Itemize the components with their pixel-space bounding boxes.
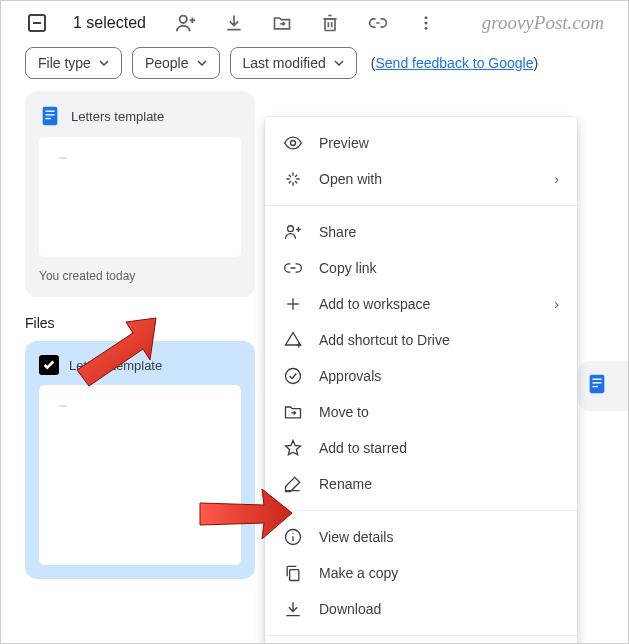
chevron-right-icon: › [554,171,559,187]
preview-icon [283,133,303,153]
move-to-icon[interactable] [270,11,294,35]
context-menu: Preview Open with › Share Copy link Add … [265,117,577,644]
link-icon [283,258,303,278]
plus-icon [283,294,303,314]
menu-preview[interactable]: Preview [265,125,577,161]
menu-rename[interactable]: Rename [265,466,577,502]
svg-point-12 [424,27,427,30]
svg-rect-15 [45,114,54,115]
adjacent-file-card[interactable] [578,361,629,411]
menu-approvals[interactable]: Approvals [265,358,577,394]
add-shortcut-icon [283,330,303,350]
file-thumbnail [39,137,241,257]
svg-point-21 [291,141,296,146]
filter-chips-row: File type People Last modified (Send fee… [1,47,628,91]
star-icon [283,438,303,458]
chip-label: People [145,55,189,71]
people-chip[interactable]: People [132,47,220,79]
feedback-link[interactable]: Send feedback to Google [375,55,533,71]
file-title: Letters template [69,358,162,373]
svg-point-2 [180,16,187,23]
menu-view-details[interactable]: View details [265,519,577,555]
menu-share[interactable]: Share [265,214,577,250]
suggested-file-card[interactable]: Letters template You created today [25,91,255,297]
menu-make-a-copy[interactable]: Make a copy [265,555,577,591]
chip-label: Last modified [243,55,326,71]
copy-icon [283,563,303,583]
svg-rect-17 [590,375,605,393]
svg-rect-33 [290,570,299,581]
delete-icon[interactable] [318,11,342,35]
open-with-icon [283,169,303,189]
share-person-icon[interactable] [174,11,198,35]
watermark-label: groovyPost.com [482,12,604,34]
svg-rect-19 [592,382,601,383]
download-icon [283,599,303,619]
chevron-down-icon [334,60,344,66]
last-modified-chip[interactable]: Last modified [230,47,357,79]
google-docs-icon [39,105,61,127]
chevron-right-icon: › [554,296,559,312]
file-title: Letters template [71,109,164,124]
more-options-icon[interactable] [414,11,438,35]
menu-copy-link[interactable]: Copy link [265,250,577,286]
google-docs-icon [586,381,608,398]
selected-count-label: 1 selected [73,14,146,32]
menu-add-to-starred[interactable]: Add to starred [265,430,577,466]
menu-divider [265,635,577,636]
share-icon [283,222,303,242]
selection-toolbar: 1 selected groovyPost.com [1,1,628,47]
menu-divider [265,205,577,206]
file-type-chip[interactable]: File type [25,47,122,79]
svg-rect-16 [45,118,51,119]
chip-label: File type [38,55,91,71]
selected-checkbox-icon[interactable] [39,355,59,375]
menu-download[interactable]: Download [265,591,577,627]
menu-divider [265,510,577,511]
svg-rect-14 [45,111,54,112]
svg-point-32 [292,533,293,534]
svg-point-29 [286,369,301,384]
menu-add-shortcut[interactable]: Add shortcut to Drive [265,322,577,358]
chevron-down-icon [197,60,207,66]
deselect-icon[interactable] [25,11,49,35]
menu-move-to[interactable]: Move to [265,394,577,430]
rename-icon [283,474,303,494]
file-subtitle: You created today [39,269,241,283]
file-thumbnail [39,385,241,565]
svg-rect-13 [43,107,58,125]
approvals-icon [283,366,303,386]
selected-file-card[interactable]: Letters template [25,341,255,579]
svg-rect-5 [325,19,335,31]
svg-point-10 [424,16,427,19]
feedback-text: (Send feedback to Google) [371,55,538,71]
svg-rect-18 [592,379,601,380]
svg-point-22 [288,226,294,232]
svg-point-11 [424,22,427,25]
menu-open-with[interactable]: Open with › [265,161,577,197]
chevron-down-icon [99,60,109,66]
download-icon[interactable] [222,11,246,35]
svg-rect-20 [592,386,598,387]
menu-add-to-workspace[interactable]: Add to workspace › [265,286,577,322]
info-icon [283,527,303,547]
folder-move-icon [283,402,303,422]
get-link-icon[interactable] [366,11,390,35]
